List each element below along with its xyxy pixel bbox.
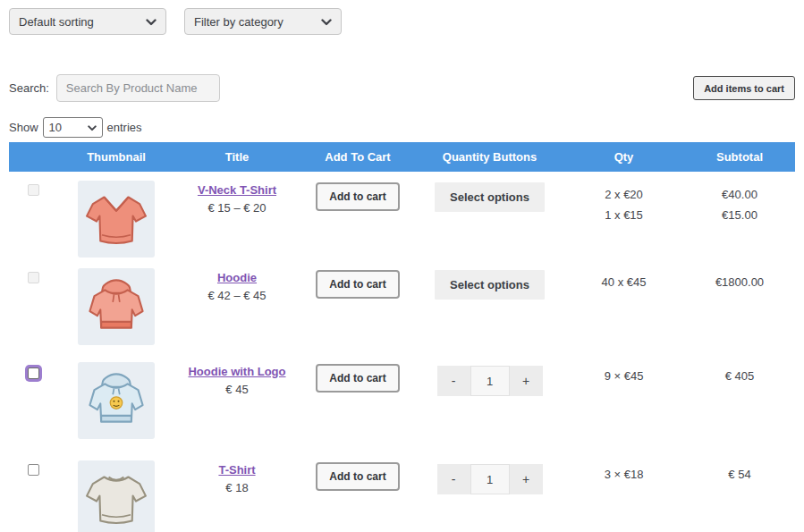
entries-per-page-select[interactable]: 10 [43, 117, 103, 138]
header-qty: Qty [563, 142, 684, 172]
product-price: € 42 – € 45 [174, 289, 300, 302]
quantity-stepper[interactable]: - 1 + [437, 464, 543, 494]
select-options-button[interactable]: Select options [435, 182, 545, 212]
show-entries-control: Show 10 entries [9, 117, 795, 138]
quantity-decrease-button[interactable]: - [437, 366, 470, 396]
row-checkbox[interactable] [28, 367, 39, 379]
sorting-dropdown[interactable]: Default sorting [9, 8, 166, 35]
quantity-input[interactable]: 1 [470, 366, 510, 396]
sorting-dropdown-value: Default sorting [19, 15, 94, 29]
header-checkbox-column [9, 142, 58, 172]
add-to-cart-button[interactable]: Add to cart [316, 182, 399, 211]
product-title-link[interactable]: V-Neck T-Shirt [198, 183, 276, 197]
qty-line: 9 × €45 [563, 366, 684, 386]
qty-line: 40 x €45 [563, 272, 684, 292]
chevron-down-icon [321, 15, 332, 29]
add-to-cart-button[interactable]: Add to cart [316, 364, 399, 393]
v-neck-t-shirt-image [82, 185, 150, 253]
qty-line: 3 × €18 [563, 464, 684, 485]
product-price: € 15 – € 20 [174, 201, 300, 215]
quantity-increase-button[interactable]: + [510, 464, 543, 494]
quantity-increase-button[interactable]: + [510, 366, 543, 396]
subtotal-line: €15.00 [684, 205, 795, 225]
product-price: € 45 [174, 383, 300, 396]
subtotal-line: € 405 [684, 366, 795, 386]
subtotal-line: €40.00 [684, 184, 795, 205]
show-label: Show [9, 121, 38, 134]
hoodie-image [82, 273, 150, 341]
table-row: Hoodie with Logo € 45 Add to cart - 1 + … [9, 353, 795, 452]
hoodie-with-logo-image [82, 367, 150, 435]
product-title-link[interactable]: Hoodie [217, 271, 257, 284]
table-row: V-Neck T-Shirt € 15 – € 20 Add to cart S… [9, 172, 795, 259]
category-dropdown-value: Filter by category [194, 15, 284, 29]
product-title-link[interactable]: T-Shirt [218, 463, 255, 477]
header-title: Title [174, 142, 300, 172]
header-add-to-cart: Add To Cart [300, 142, 416, 172]
table-row: Hoodie € 42 – € 45 Add to cart Select op… [9, 259, 795, 353]
row-checkbox[interactable] [28, 184, 39, 196]
product-thumbnail [78, 460, 155, 532]
chevron-down-icon [146, 15, 157, 29]
top-filter-bar: Default sorting Filter by category [9, 8, 795, 35]
t-shirt-image [82, 465, 150, 532]
header-subtotal: Subtotal [684, 142, 795, 172]
row-checkbox[interactable] [28, 464, 39, 476]
product-price: € 18 [174, 481, 300, 494]
search-bar: Search: Add items to cart [9, 74, 795, 102]
product-thumbnail [78, 268, 155, 345]
quantity-stepper[interactable]: - 1 + [437, 366, 543, 396]
entries-label: entries [107, 121, 142, 134]
select-options-button[interactable]: Select options [435, 270, 545, 300]
product-thumbnail [78, 181, 155, 258]
qty-line: 2 x €20 [563, 184, 684, 205]
qty-line: 1 x €15 [563, 205, 684, 225]
quantity-decrease-button[interactable]: - [437, 464, 470, 494]
subtotal-line: €1800.00 [684, 272, 795, 292]
add-to-cart-button[interactable]: Add to cart [316, 270, 399, 299]
search-input[interactable] [56, 74, 220, 102]
product-table-page: Default sorting Filter by category Searc… [0, 0, 804, 532]
quantity-input[interactable]: 1 [470, 464, 510, 494]
product-table: Thumbnail Title Add To Cart Quantity But… [9, 142, 795, 532]
header-quantity-buttons: Quantity Buttons [416, 142, 563, 172]
header-thumbnail: Thumbnail [58, 142, 174, 172]
entries-per-page-value: 10 [49, 121, 62, 134]
table-row: T-Shirt € 18 Add to cart - 1 + 3 × €18 €… [9, 452, 795, 532]
add-to-cart-button[interactable]: Add to cart [316, 462, 399, 491]
product-title-link[interactable]: Hoodie with Logo [188, 365, 285, 378]
category-filter-dropdown[interactable]: Filter by category [184, 8, 342, 35]
row-checkbox[interactable] [28, 272, 39, 283]
chevron-down-icon [88, 121, 97, 134]
add-items-to-cart-button[interactable]: Add items to cart [693, 76, 795, 100]
table-header-row: Thumbnail Title Add To Cart Quantity But… [9, 142, 795, 172]
subtotal-line: € 54 [684, 464, 795, 485]
product-thumbnail [78, 362, 155, 439]
search-label: Search: [9, 81, 49, 95]
